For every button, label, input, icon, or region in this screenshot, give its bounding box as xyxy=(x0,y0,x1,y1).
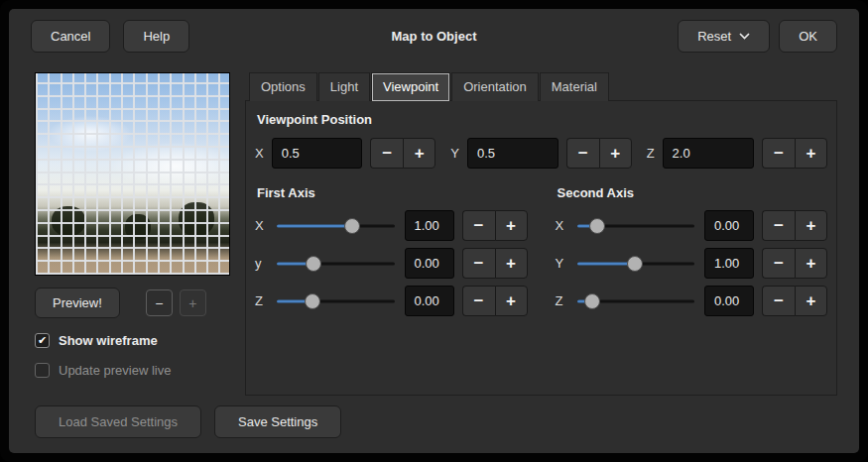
position-y-decrement-button[interactable]: − xyxy=(566,138,599,169)
second-axis-z-decrement-button[interactable]: − xyxy=(762,286,795,316)
second-axis-y-spinner: − + xyxy=(762,248,827,279)
first-axis-x-value[interactable]: 1.00 xyxy=(405,210,454,241)
first-axis-y-row: y 0.00 − + xyxy=(255,248,528,279)
show-wireframe-checkbox[interactable]: ✔ xyxy=(35,333,50,348)
second-axis-z-spinner: − + xyxy=(762,286,827,316)
first-axis-x-increment-button[interactable]: + xyxy=(495,210,528,241)
ok-button[interactable]: OK xyxy=(779,20,837,53)
first-axis-z-label: Z xyxy=(255,293,267,308)
position-x-increment-button[interactable]: + xyxy=(403,138,435,169)
position-y-spinner: − + xyxy=(566,138,632,169)
second-axis-x-label: X xyxy=(556,218,567,233)
first-axis-x-slider[interactable] xyxy=(275,210,397,241)
preview-button[interactable]: Preview! xyxy=(35,288,120,318)
second-axis-z-increment-button[interactable]: + xyxy=(795,286,827,316)
help-button[interactable]: Help xyxy=(123,20,189,53)
position-z-increment-button[interactable]: + xyxy=(795,138,827,169)
map-to-object-dialog: Map to Object Cancel Help Reset OK xyxy=(9,9,859,453)
cancel-button[interactable]: Cancel xyxy=(31,20,110,53)
zoom-in-button[interactable]: + xyxy=(180,289,206,316)
second-axis-x-decrement-button[interactable]: − xyxy=(762,210,795,241)
position-z-label: Z xyxy=(647,146,655,161)
first-axis-x-row: X 1.00 − + xyxy=(255,210,528,241)
slider-thumb[interactable] xyxy=(589,218,605,234)
position-z-input[interactable]: 2.0 xyxy=(663,138,754,169)
position-y-input[interactable]: 0.5 xyxy=(467,138,558,169)
slider-thumb[interactable] xyxy=(584,293,600,309)
tab-viewpoint[interactable]: Viewpoint xyxy=(371,72,450,101)
header-left-buttons: Cancel Help xyxy=(31,20,189,53)
second-axis-y-value[interactable]: 1.00 xyxy=(704,248,754,279)
first-axis-y-value[interactable]: 0.00 xyxy=(405,248,454,279)
update-preview-live-label: Update preview live xyxy=(59,363,171,378)
second-axis-y-row: Y 1.00 − + xyxy=(556,248,828,279)
reset-button[interactable]: Reset xyxy=(678,20,770,53)
first-axis-z-value[interactable]: 0.00 xyxy=(405,286,454,316)
slider-thumb[interactable] xyxy=(305,293,320,309)
notebook-tabs: Options Light Viewpoint Orientation Mate… xyxy=(245,72,837,101)
load-saved-settings-button[interactable]: Load Saved Settings xyxy=(35,405,201,438)
second-axis-z-label: Z xyxy=(556,293,567,308)
slider-fill xyxy=(277,224,354,227)
first-axis-y-decrement-button[interactable]: − xyxy=(462,248,495,279)
first-axis-x-label: X xyxy=(255,218,267,233)
chevron-down-icon xyxy=(739,33,750,40)
position-x-label: X xyxy=(255,146,264,161)
zoom-out-button[interactable]: − xyxy=(146,289,173,316)
dialog-content: Preview! − + ✔ Show wireframe Update pre… xyxy=(9,62,859,396)
position-z-group: Z 2.0 − + xyxy=(647,138,827,169)
second-axis-z-slider[interactable] xyxy=(575,286,697,316)
save-settings-button[interactable]: Save Settings xyxy=(214,405,341,438)
position-y-increment-button[interactable]: + xyxy=(599,138,632,169)
second-axis-x-row: X 0.00 − + xyxy=(556,210,828,241)
first-axis-x-spinner: − + xyxy=(462,210,528,241)
dialog-footer: Load Saved Settings Save Settings xyxy=(9,396,859,441)
second-axis-y-decrement-button[interactable]: − xyxy=(762,248,795,279)
window-frame: Map to Object Cancel Help Reset OK xyxy=(0,0,868,462)
position-x-decrement-button[interactable]: − xyxy=(370,138,403,169)
first-axis-x-decrement-button[interactable]: − xyxy=(462,210,495,241)
second-axis-y-increment-button[interactable]: + xyxy=(795,248,827,279)
position-z-decrement-button[interactable]: − xyxy=(762,138,795,169)
second-axis-x-value[interactable]: 0.00 xyxy=(704,210,754,241)
slider-thumb[interactable] xyxy=(344,218,360,234)
show-wireframe-label: Show wireframe xyxy=(59,333,158,348)
viewpoint-position-row: X 0.5 − + Y 0.5 − + xyxy=(255,138,827,169)
update-preview-live-checkbox[interactable] xyxy=(35,363,50,378)
minus-icon: − xyxy=(155,295,163,311)
reset-button-label: Reset xyxy=(697,29,731,44)
viewpoint-position-title: Viewpoint Position xyxy=(257,112,827,127)
tab-light[interactable]: Light xyxy=(318,72,370,101)
settings-column: Options Light Viewpoint Orientation Mate… xyxy=(245,72,837,396)
first-axis-y-increment-button[interactable]: + xyxy=(495,248,528,279)
second-axis-title: Second Axis xyxy=(558,185,828,200)
first-axis-y-label: y xyxy=(255,256,267,271)
position-z-spinner: − + xyxy=(762,138,827,169)
first-axis-z-increment-button[interactable]: + xyxy=(495,286,528,316)
slider-thumb[interactable] xyxy=(627,256,643,272)
tab-options[interactable]: Options xyxy=(249,72,317,101)
second-axis-x-slider[interactable] xyxy=(575,210,697,241)
second-axis-column: Second Axis X 0.00 − xyxy=(556,185,828,323)
preview-controls: Preview! − + xyxy=(35,288,233,318)
preview-area xyxy=(35,72,230,276)
first-axis-z-decrement-button[interactable]: − xyxy=(462,286,495,316)
position-x-input[interactable]: 0.5 xyxy=(272,138,363,169)
second-axis-x-increment-button[interactable]: + xyxy=(795,210,827,241)
update-preview-live-row: Update preview live xyxy=(35,363,233,378)
first-axis-title: First Axis xyxy=(257,185,528,200)
second-axis-y-slider[interactable] xyxy=(575,248,697,279)
tab-orientation[interactable]: Orientation xyxy=(451,72,539,101)
first-axis-z-spinner: − + xyxy=(462,286,528,316)
slider-thumb[interactable] xyxy=(306,256,321,272)
first-axis-y-slider[interactable] xyxy=(275,248,397,279)
wireframe-grid-overlay xyxy=(36,73,229,275)
second-axis-y-label: Y xyxy=(556,256,567,271)
second-axis-z-row: Z 0.00 − + xyxy=(556,286,828,316)
tab-material[interactable]: Material xyxy=(540,72,609,101)
header-right-buttons: Reset OK xyxy=(678,20,837,53)
plus-icon: + xyxy=(188,295,196,311)
first-axis-y-spinner: − + xyxy=(462,248,528,279)
second-axis-z-value[interactable]: 0.00 xyxy=(704,286,754,316)
first-axis-z-slider[interactable] xyxy=(275,286,397,316)
